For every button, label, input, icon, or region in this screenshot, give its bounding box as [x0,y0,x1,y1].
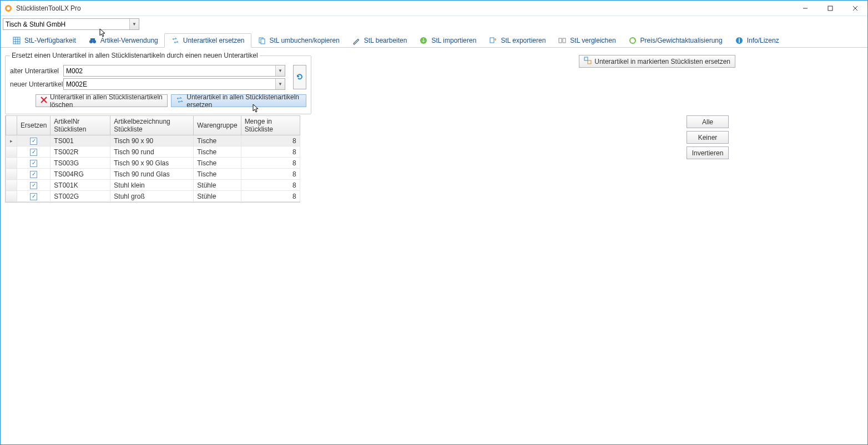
svg-rect-13 [90,38,95,41]
new-subitem-combo[interactable]: ▼ [63,78,285,90]
col-menge[interactable]: Menge in Stückliste [241,116,300,135]
content-area: Ersetzt einen Unterartikel in allen Stüc… [1,48,867,444]
cell-ersetzen[interactable] [17,146,51,158]
cell-menge: 8 [241,180,300,191]
cell-artnr: TS001 [51,135,110,146]
tab-label: Info/Lizenz [747,37,779,44]
checkbox[interactable] [30,171,37,178]
new-subitem-label: neuer Unterartikel [10,80,63,88]
tab-import[interactable]: StL importieren [413,34,482,47]
replace-all-button[interactable]: Unterartikel in allen Stücklistenartikel… [171,94,306,107]
cell-ersetzen[interactable] [17,135,51,146]
row-indicator [6,191,17,202]
grid-icon [12,36,21,45]
maximize-button[interactable] [817,1,842,16]
delete-all-button[interactable]: Unterartikel in allen Stücklistenartikel… [36,94,168,107]
checkbox[interactable] [30,182,37,189]
cell-ersetzen[interactable] [17,158,51,169]
svg-rect-18 [559,38,562,43]
tab-label: Unterartikel ersetzen [183,37,245,44]
cell-bez: Tisch 90 x 90 Glas [110,158,194,169]
row-indicator [6,180,17,191]
checkbox[interactable] [30,149,37,156]
cell-ersetzen[interactable] [17,169,51,180]
table-row[interactable]: TS004RGTisch 90 rund GlasTische8 [6,169,300,180]
group-legend: Ersetzt einen Unterartikel in allen Stüc… [10,52,260,59]
cell-bez: Tisch 90 rund [110,146,194,158]
table-row[interactable]: TS001Tisch 90 x 90Tische8 [6,135,300,146]
tab-label: StL vergleichen [570,37,615,44]
cell-wg: Tische [194,146,241,158]
row-indicator [6,169,17,180]
col-artnr[interactable]: ArtikelNr Stücklisten [51,116,110,135]
cell-bez: Tisch 90 rund Glas [110,169,194,180]
cell-wg: Stühle [194,191,241,202]
chevron-down-icon[interactable]: ▼ [275,79,285,89]
app-window: StücklistenToolLX Pro ▼ StL-Verfügbarkei… [0,0,868,445]
old-subitem-input[interactable] [64,65,275,76]
tab-availability[interactable]: StL-Verfügbarkeit [6,34,82,47]
tab-label: StL-Verfügbarkeit [24,37,76,44]
svg-rect-15 [261,39,265,44]
binoculars-icon [88,36,97,45]
svg-rect-19 [563,38,566,43]
col-bez[interactable]: Artikelbezeichnung Stückliste [110,116,194,135]
cell-bez: Stuhl klein [110,180,194,191]
cell-artnr: TS002R [51,146,110,158]
invert-selection-button[interactable]: Invertieren [687,146,729,159]
table-row[interactable]: ST002GStuhl großStühle8 [6,191,300,202]
svg-point-1 [7,7,10,10]
checkbox[interactable] [30,193,37,200]
chevron-down-icon[interactable]: ▼ [275,65,285,76]
tab-replace-subitem[interactable]: Unterartikel ersetzen [164,33,251,48]
col-wg[interactable]: Warengruppe [194,116,241,135]
select-none-button[interactable]: Keiner [687,131,729,144]
checkbox[interactable] [30,138,37,145]
tab-usage[interactable]: Artikel-Verwendung [82,34,164,47]
replace-selected-button[interactable]: Unterartikel in markierten Stücklisten e… [579,55,735,68]
col-ersetzen[interactable]: Ersetzen [17,116,51,135]
tabstrip: StL-Verfügbarkeit Artikel-Verwendung Unt… [1,31,867,48]
cell-ersetzen[interactable] [17,180,51,191]
result-grid[interactable]: Ersetzen ArtikelNr Stücklisten Artikelbe… [5,115,300,203]
tab-info[interactable]: i Info/Lizenz [729,34,785,47]
titlebar: StücklistenToolLX Pro [1,1,867,16]
copy-icon [258,36,266,45]
cell-artnr: TS003G [51,158,110,169]
cell-wg: Tische [194,158,241,169]
chevron-down-icon[interactable]: ▼ [129,19,139,29]
cell-menge: 8 [241,169,300,180]
tab-rebook-copy[interactable]: StL umbuchen/kopieren [251,34,346,47]
tab-price-weight[interactable]: Preis/Gewichtaktualisierung [622,34,729,47]
cell-bez: Tisch 90 x 90 [110,135,194,146]
cell-artnr: TS004RG [51,169,110,180]
company-select-input[interactable] [3,19,129,29]
swap-selected-icon [584,57,592,66]
cursor-icon [253,104,260,115]
close-button[interactable] [842,1,867,16]
company-select[interactable]: ▼ [3,18,139,30]
svg-text:i: i [738,37,740,44]
tab-export[interactable]: StL exportieren [482,34,552,47]
tab-edit[interactable]: StL bearbeiten [346,34,413,47]
svg-rect-6 [13,37,20,44]
row-indicator [6,146,17,158]
cell-ersetzen[interactable] [17,191,51,202]
new-subitem-input[interactable] [64,79,275,89]
old-subitem-combo[interactable]: ▼ [63,65,285,77]
row-indicator [6,158,17,169]
select-all-button[interactable]: Alle [687,115,729,128]
button-label: Unterartikel in markierten Stücklisten e… [594,58,730,65]
refresh-icon [295,72,304,83]
table-row[interactable]: TS002RTisch 90 rundTische8 [6,146,300,158]
table-row[interactable]: TS003GTisch 90 x 90 GlasTische8 [6,158,300,169]
button-label: Unterartikel in allen Stücklistenartikel… [186,93,301,109]
minimize-button[interactable] [793,1,817,16]
tab-compare[interactable]: StL vergleichen [552,34,622,47]
checkbox[interactable] [30,160,37,167]
table-row[interactable]: ST001KStuhl kleinStühle8 [6,180,300,191]
refresh-button[interactable] [293,65,306,89]
tab-label: Preis/Gewichtaktualisierung [640,37,723,44]
cell-artnr: ST002G [51,191,110,202]
replace-group: Ersetzt einen Unterartikel in allen Stüc… [5,52,311,114]
